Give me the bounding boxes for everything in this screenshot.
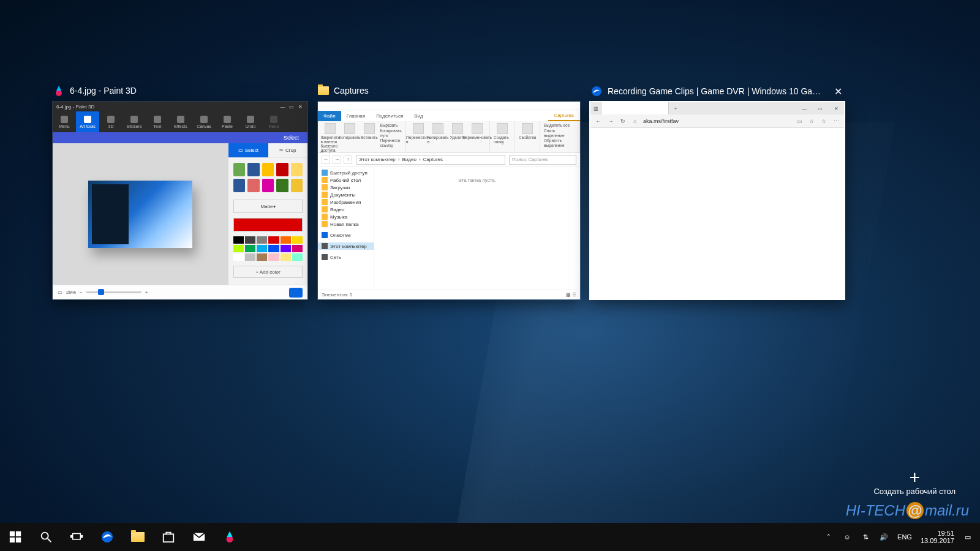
tab-paste[interactable]: Paste	[216, 111, 239, 132]
fit-icon[interactable]: ▭	[58, 290, 62, 295]
color-palette[interactable]	[228, 234, 307, 263]
cut-button[interactable]: Вырезать	[380, 123, 402, 128]
hub-icon[interactable]: ☆	[820, 117, 828, 126]
rename-button[interactable]: Переименовать	[469, 123, 486, 140]
selectall-button[interactable]: Выделить все	[544, 123, 576, 128]
color-swatch[interactable]	[233, 236, 244, 244]
brush-option[interactable]	[276, 179, 288, 192]
nav-forward[interactable]: →	[333, 156, 341, 164]
pin-button[interactable]: Закрепить в панели быстрого доступа	[322, 123, 339, 152]
home-icon[interactable]: ⌂	[631, 117, 639, 126]
color-swatch[interactable]	[233, 253, 244, 261]
color-swatch[interactable]	[281, 253, 291, 261]
nav-back-icon[interactable]: ←	[594, 117, 603, 126]
color-swatch[interactable]	[245, 253, 255, 261]
start-button[interactable]	[0, 523, 31, 551]
reload-icon[interactable]: ↻	[619, 117, 627, 126]
zoom-out[interactable]: −	[80, 290, 83, 295]
pastelink-button[interactable]: Перенести ссылку	[380, 138, 402, 148]
tab-undo[interactable]: Undo	[239, 111, 262, 132]
color-swatch[interactable]	[292, 245, 303, 252]
selectnone-button[interactable]: Снять выделение	[544, 129, 576, 138]
address-bar[interactable]: aka.ms/firstfav	[643, 118, 791, 124]
nav-tree[interactable]: Быстрый доступ Рабочий стол Загрузки Док…	[318, 167, 374, 290]
tab-effects[interactable]: Effects	[169, 111, 192, 132]
brush-option[interactable]	[262, 163, 274, 176]
network-icon[interactable]: ⇅	[861, 532, 870, 542]
brush-option[interactable]	[262, 179, 274, 192]
select-tool[interactable]: ▭ Select	[228, 143, 268, 157]
taskview-card-explorer[interactable]: Captures Файл Главная Поделиться Вид Cap…	[317, 101, 581, 300]
taskbar-app-paint3d[interactable]	[214, 523, 245, 551]
tab-history[interactable]: Redo	[262, 111, 285, 132]
language-indicator[interactable]: ENG	[897, 533, 912, 541]
add-color-button[interactable]: + Add color	[233, 266, 303, 278]
taskview-card-paint3d[interactable]: 6-4.jpg - Paint 3D 6-4.jpg - Paint 3D — …	[52, 101, 308, 300]
maximize-button[interactable]: ▭	[812, 102, 828, 114]
reading-icon[interactable]: ▭	[795, 117, 804, 126]
color-swatch[interactable]	[281, 245, 291, 252]
new-desktop-button[interactable]: + Создать рабочий стол	[873, 468, 956, 496]
color-swatch[interactable]	[268, 245, 279, 252]
color-swatch[interactable]	[257, 253, 267, 261]
maximize-button[interactable]: ▭	[288, 104, 295, 110]
color-swatch[interactable]	[268, 253, 279, 261]
nav-forward-icon[interactable]: →	[606, 117, 615, 126]
action-center-icon[interactable]: ▭	[963, 532, 973, 542]
copyto-button[interactable]: Копировать в	[429, 123, 447, 144]
tabs-aside-icon[interactable]: ▥	[590, 102, 601, 114]
people-icon[interactable]: ☺	[842, 532, 852, 542]
nav-up[interactable]: ↑	[344, 156, 352, 164]
tab-share[interactable]: Поделиться	[371, 111, 409, 121]
color-swatch[interactable]	[233, 245, 244, 252]
taskbar-app-explorer[interactable]	[123, 523, 153, 551]
color-swatch[interactable]	[292, 253, 303, 261]
volume-icon[interactable]: 🔊	[879, 532, 889, 542]
color-swatch[interactable]	[257, 245, 267, 252]
properties-button[interactable]: Свойства	[519, 123, 536, 140]
newfolder-button[interactable]: Создать папку	[494, 123, 511, 144]
brush-option[interactable]	[247, 179, 259, 192]
brush-option[interactable]	[291, 163, 303, 176]
tab-text[interactable]: Text	[146, 111, 169, 132]
material-dropdown[interactable]: Matte ▾	[233, 200, 303, 213]
minimize-button[interactable]: —	[796, 102, 812, 114]
taskbar-app-edge[interactable]	[92, 523, 123, 551]
copy-button[interactable]: Копировать	[341, 123, 358, 140]
breadcrumb[interactable]: Этот компьютер › Видео › Captures	[356, 155, 505, 165]
close-icon[interactable]: ✕	[832, 85, 844, 97]
minimize-button[interactable]: —	[279, 104, 287, 110]
color-swatch[interactable]	[292, 236, 303, 244]
search-input[interactable]: Поиск: Captures	[509, 155, 576, 165]
paste-button[interactable]: Вставить	[361, 123, 378, 140]
brush-option[interactable]	[291, 179, 303, 192]
nav-back[interactable]: ←	[322, 156, 330, 164]
brush-option[interactable]	[233, 163, 245, 176]
close-button[interactable]: ✕	[296, 104, 304, 110]
color-swatch[interactable]	[257, 236, 267, 244]
crop-tool[interactable]: ✂ Crop	[268, 143, 308, 157]
brush-picker[interactable]	[228, 158, 307, 197]
favorite-icon[interactable]: ☆	[807, 117, 816, 126]
taskbar-app-store[interactable]	[153, 523, 184, 551]
tab-canvas[interactable]: Canvas	[192, 111, 216, 132]
zoom-slider[interactable]	[86, 291, 141, 293]
tab-context[interactable]: Captures	[548, 111, 580, 121]
color-swatch[interactable]	[245, 236, 255, 244]
clock[interactable]: 19:51 13.09.2017	[921, 530, 954, 544]
tab-menu[interactable]: Menu	[53, 111, 76, 132]
paint3d-canvas[interactable]	[53, 143, 228, 285]
browser-tab[interactable]	[601, 102, 669, 114]
color-swatch[interactable]	[268, 236, 279, 244]
close-button[interactable]: ✕	[828, 102, 844, 114]
taskbar-app-mail[interactable]	[184, 523, 214, 551]
current-color[interactable]	[233, 218, 303, 231]
zoom-in[interactable]: +	[145, 290, 148, 295]
moveto-button[interactable]: Переместить в	[410, 123, 427, 144]
search-button[interactable]	[31, 523, 61, 551]
color-swatch[interactable]	[281, 236, 291, 244]
brush-option[interactable]	[233, 179, 245, 192]
tab-3d[interactable]: 3D	[99, 111, 123, 132]
view-mode-toggle[interactable]	[289, 288, 303, 298]
invert-button[interactable]: Обратить выделение	[544, 138, 576, 148]
